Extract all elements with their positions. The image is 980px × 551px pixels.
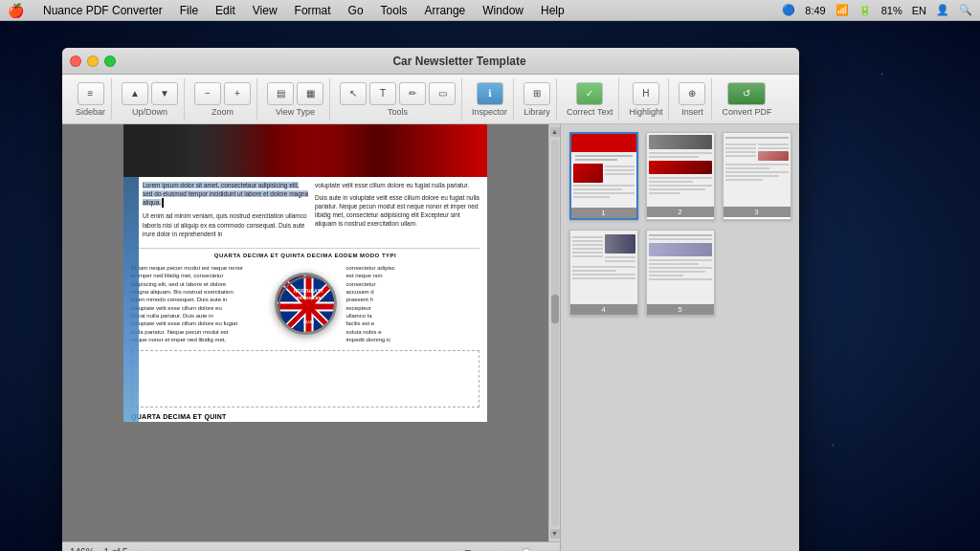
highlight-label: Highlight xyxy=(629,107,662,117)
svg-text:CLUB: CLUB xyxy=(302,320,313,324)
zoom-label: Zoom xyxy=(212,107,234,117)
menu-go[interactable]: Go xyxy=(346,4,366,17)
view-multi-button[interactable]: ▦ xyxy=(297,82,323,105)
vertical-scrollbar[interactable]: ▲ ▼ xyxy=(548,124,560,541)
slider-thumb[interactable] xyxy=(522,548,531,552)
toolbar: ≡ Sidebar ▲ ▼ Up/Down − + Zoom xyxy=(62,75,799,124)
toolbar-highlight: H Highlight xyxy=(623,78,669,121)
correct-text-button[interactable]: ✓ xyxy=(576,82,603,105)
maximize-button[interactable] xyxy=(104,55,116,67)
clock-icon: 8:49 xyxy=(805,5,825,16)
correct-label: Correct Text xyxy=(567,107,612,117)
zoom-out-button[interactable]: − xyxy=(194,82,221,105)
thumb-empty xyxy=(723,230,791,316)
updown-label: Up/Down xyxy=(132,107,167,117)
document-page: Lorem ipsum dolor sit amet, consectetaur… xyxy=(123,124,487,422)
main-area: Lorem ipsum dolor sit amet, consectetaur… xyxy=(62,124,799,551)
selected-text: Lorem ipsum dolor sit amet, consectetaur… xyxy=(143,182,308,206)
select-tool-button[interactable]: ↖ xyxy=(340,82,367,105)
toolbar-zoom: − + Zoom xyxy=(189,78,257,121)
sidebar-label: Sidebar xyxy=(76,107,105,117)
thumb-row-2: 4 xyxy=(568,230,791,316)
insert-button[interactable]: ⊕ xyxy=(679,82,705,105)
thumbnail-4[interactable]: 4 xyxy=(569,230,638,316)
page-up-button[interactable]: ▲ xyxy=(122,82,148,105)
menu-bar-right: 🔵 8:49 📶 🔋 81% EN 👤 🔍 xyxy=(782,4,972,16)
menu-view[interactable]: View xyxy=(251,4,279,17)
doc-bottom-box xyxy=(131,350,479,408)
toolbar-sidebar: ≡ Sidebar xyxy=(70,78,112,121)
menu-nuance[interactable]: Nuance PDF Converter xyxy=(41,4,165,17)
menu-help[interactable]: Help xyxy=(539,4,567,17)
text-tool-button[interactable]: T xyxy=(369,82,396,105)
thumbnail-1[interactable]: 1 xyxy=(569,132,638,220)
desktop: Car Newsletter Template ≡ Sidebar ▲ ▼ Up… xyxy=(0,21,980,551)
zoom-indicator: 146% xyxy=(70,547,95,551)
svg-text:BRITISH CAR: BRITISH CAR xyxy=(296,296,321,300)
doc-bottom-title: QUARTA DECIMA ET QUINT xyxy=(123,411,487,422)
window-title: Car Newsletter Template xyxy=(127,55,791,68)
user-icon: 👤 xyxy=(936,4,949,16)
minimize-button[interactable] xyxy=(87,55,99,67)
toolbar-updown: ▲ ▼ Up/Down xyxy=(116,78,185,121)
sidebar-toggle-button[interactable]: ≡ xyxy=(78,82,104,105)
thumb-num-2: 2 xyxy=(647,207,714,217)
zoom-value: 146% xyxy=(70,547,95,551)
inspector-button[interactable]: ℹ xyxy=(477,82,503,105)
battery-percent: 81% xyxy=(881,5,902,16)
wifi-icon: 📶 xyxy=(835,4,849,16)
document-area: Lorem ipsum dolor sit amet, consectetaur… xyxy=(62,124,560,551)
toolbar-insert: ⊕ Insert xyxy=(673,78,712,121)
doc-scroll[interactable]: Lorem ipsum dolor sit amet, consectetaur… xyxy=(62,124,548,541)
view-single-button[interactable]: ▤ xyxy=(267,82,294,105)
viewtype-label: View Type xyxy=(276,107,315,117)
zoom-slider[interactable]: ⊞ xyxy=(464,548,552,552)
thumbnail-3[interactable]: 3 xyxy=(723,132,791,220)
thumb-num-5: 5 xyxy=(647,304,714,315)
thumbnail-2[interactable]: 2 xyxy=(646,132,715,220)
page-down-button[interactable]: ▼ xyxy=(151,82,178,105)
scroll-down-button[interactable]: ▼ xyxy=(550,529,560,539)
thumb-num-1: 1 xyxy=(571,208,636,218)
insert-label: Insert xyxy=(681,107,703,117)
doc-col-left: Lorem ipsum dolor sit amet, consectetaur… xyxy=(143,181,309,242)
doc-columns: Lorem ipsum dolor sit amet, consectetaur… xyxy=(123,177,487,246)
toolbar-inspector: ℹ Inspector xyxy=(466,78,514,121)
scroll-thumb[interactable] xyxy=(551,295,559,323)
menu-file[interactable]: File xyxy=(178,4,200,17)
menu-tools[interactable]: Tools xyxy=(379,4,410,17)
close-button[interactable] xyxy=(70,55,81,67)
badge-inner: NORTHEAST BRITISH CAR CLUB xyxy=(278,276,334,332)
library-button[interactable]: ⊞ xyxy=(523,82,550,105)
badge-container: NORTHEAST BRITISH CAR CLUB xyxy=(271,264,341,344)
toolbar-tools: ↖ T ✏ ▭ Tools xyxy=(334,78,462,121)
thumb-img-2: 2 xyxy=(647,133,714,217)
library-label: Library xyxy=(523,107,550,117)
tools-label: Tools xyxy=(388,107,408,117)
menu-format[interactable]: Format xyxy=(293,4,333,17)
toolbar-convert: ↺ Convert PDF xyxy=(716,78,777,121)
zoom-in-button[interactable]: + xyxy=(224,82,251,105)
doc-lower-col1: Et tam neque pecun modut est neque nonor… xyxy=(131,264,265,344)
scroll-up-button[interactable]: ▲ xyxy=(550,127,560,137)
thumb-num-3: 3 xyxy=(724,207,791,217)
doc-lower-section: Et tam neque pecun modut est neque nonor… xyxy=(123,262,487,346)
apple-menu[interactable]: 🍎 xyxy=(8,3,24,18)
highlight-button[interactable]: H xyxy=(633,82,659,105)
convert-label: Convert PDF xyxy=(722,107,771,117)
thumb-img-3: 3 xyxy=(724,133,791,217)
convert-pdf-button[interactable]: ↺ xyxy=(727,82,766,105)
search-icon[interactable]: 🔍 xyxy=(959,4,972,16)
thumb-img-4: 4 xyxy=(570,231,637,315)
edit-tool-button[interactable]: ✏ xyxy=(399,82,426,105)
thumb-img-1: 1 xyxy=(571,134,636,218)
union-jack-svg: NORTHEAST BRITISH CAR CLUB xyxy=(278,276,337,335)
menu-arrange[interactable]: Arrange xyxy=(423,4,468,17)
thumbnail-5[interactable]: 5 xyxy=(646,230,715,316)
status-bar: 146% 1 of 5 ⊞ xyxy=(62,541,560,551)
scroll-track[interactable] xyxy=(551,140,559,526)
menu-edit[interactable]: Edit xyxy=(213,4,237,17)
menu-window[interactable]: Window xyxy=(480,4,525,17)
doc-top-image xyxy=(123,124,487,177)
shape-tool-button[interactable]: ▭ xyxy=(429,82,456,105)
